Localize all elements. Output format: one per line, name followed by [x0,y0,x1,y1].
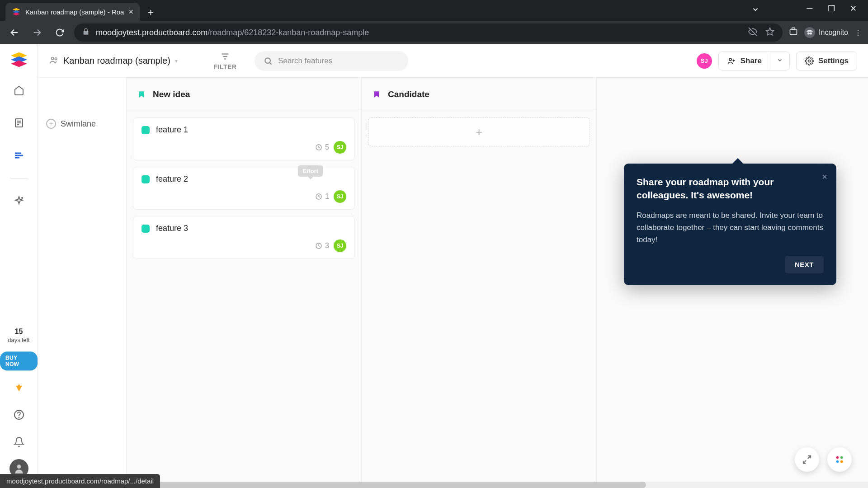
horizontal-scrollbar[interactable] [76,482,868,488]
eye-off-icon[interactable] [748,27,757,38]
board-title: Kanban roadmap (sample) [63,56,170,66]
svg-line-35 [808,456,811,459]
board-title-selector[interactable]: Kanban roadmap (sample) ▾ [49,55,178,67]
app-logo-icon[interactable] [11,52,27,68]
window-controls: ─ ❐ ✕ [795,0,868,17]
url-bar[interactable]: moodjoytest.productboard.com/roadmap/621… [74,23,783,42]
feature-card[interactable]: feature 1 5 SJ [133,117,355,160]
plus-circle-icon: + [46,119,56,129]
svg-line-36 [803,460,806,463]
svg-point-8 [804,27,815,38]
share-button[interactable]: Share [719,52,770,70]
incognito-label: Incognito [819,28,848,37]
extensions-icon[interactable] [789,27,798,38]
window-maximize-icon[interactable]: ❐ [825,4,838,14]
nav-reload-button[interactable] [52,24,68,41]
left-sidebar: 15 days left BUY NOW [0,44,38,488]
kanban-column: New idea feature 1 [127,78,362,488]
browser-tab[interactable]: Kanban roadmap (sample) - Roa × [5,3,140,21]
svg-point-31 [808,60,810,62]
url-path: /roadmap/6218232-kanban-roadmap-sample [208,28,369,37]
star-icon[interactable] [765,27,774,38]
browser-tab-bar: Kanban roadmap (sample) - Roa × + ─ ❐ ✕ [0,0,868,21]
svg-point-30 [729,58,731,61]
help-icon[interactable] [9,405,29,425]
svg-point-19 [22,197,23,198]
feature-card[interactable]: feature 3 3 SJ [133,216,355,259]
kanban-column: Candidate + [362,78,597,488]
card-title: feature 3 [156,224,188,233]
gear-icon [805,56,814,66]
tab-title: Kanban roadmap (sample) - Roa [25,8,124,16]
new-tab-button[interactable]: + [143,5,158,21]
tabs-dropdown-icon[interactable] [751,5,760,15]
share-dropdown-button[interactable] [770,52,789,70]
address-bar: moodjoytest.productboard.com/roadmap/621… [0,21,868,44]
notes-icon[interactable] [9,113,29,133]
add-swimlane-button[interactable]: + Swimlane [38,111,126,136]
sparkle-icon[interactable] [9,191,29,211]
trial-days-left: 15 days left [8,327,29,344]
search-field[interactable] [255,51,408,71]
search-input[interactable] [278,56,399,66]
svg-point-38 [840,456,843,459]
assignee-badge[interactable]: SJ [334,190,346,203]
apps-fab[interactable] [827,447,852,472]
assignee-badge[interactable]: SJ [334,239,346,252]
url-domain: moodjoytest.productboard.com [96,28,208,37]
filter-button[interactable]: FILTER [214,52,236,70]
home-icon[interactable] [9,80,29,100]
popover-close-icon[interactable]: × [822,172,827,182]
search-icon [264,56,273,66]
svg-point-22 [17,465,21,469]
nav-forward-button[interactable] [29,24,45,41]
share-icon [727,56,736,66]
effort-value: 1 [315,192,329,201]
svg-point-28 [265,58,270,63]
effort-tooltip: Effort [298,165,323,177]
column-title: Candidate [388,89,429,99]
user-avatar-badge[interactable]: SJ [697,53,712,69]
clock-icon [315,193,322,200]
roadmap-icon[interactable] [9,145,29,165]
chevron-down-icon: ▾ [175,58,178,64]
buy-now-button[interactable]: BUY NOW [0,352,38,371]
people-icon [49,55,59,67]
svg-point-23 [52,57,54,59]
nav-back-button[interactable] [6,24,23,41]
svg-marker-5 [766,28,774,35]
feature-card[interactable]: Effort feature 2 1 [133,167,355,210]
assignee-badge[interactable]: SJ [334,141,346,154]
clock-icon [315,144,322,151]
expand-fab[interactable] [795,447,819,472]
tab-close-icon[interactable]: × [128,7,133,17]
svg-point-37 [836,456,839,459]
svg-point-21 [19,418,19,418]
add-card-button[interactable]: + [368,117,590,146]
svg-rect-7 [792,28,795,29]
onboarding-popover: × Share your roadmap with your colleague… [624,164,836,285]
diamond-icon[interactable] [9,378,29,398]
browser-status-bar: moodjoytest.productboard.com/roadmap/...… [0,474,160,488]
scrollbar-thumb[interactable] [76,482,646,488]
nav-separator [10,178,28,178]
svg-point-39 [836,460,839,463]
card-title: feature 1 [156,125,188,135]
window-minimize-icon[interactable]: ─ [803,4,816,14]
card-title: feature 2 [156,174,188,184]
window-close-icon[interactable]: ✕ [846,4,860,14]
svg-line-29 [270,62,272,64]
swimlane-column: + Swimlane [38,78,127,488]
bookmark-icon [137,89,146,99]
bell-icon[interactable] [9,432,29,452]
tab-favicon-icon [12,7,21,16]
svg-marker-11 [11,61,27,67]
incognito-badge[interactable]: Incognito [804,27,848,38]
svg-rect-6 [790,29,797,35]
browser-menu-icon[interactable]: ⋮ [854,28,862,37]
svg-point-24 [55,57,57,60]
settings-button[interactable]: Settings [796,52,857,70]
card-color-swatch [142,126,150,134]
popover-next-button[interactable]: NEXT [785,256,824,273]
column-title: New idea [153,89,190,99]
